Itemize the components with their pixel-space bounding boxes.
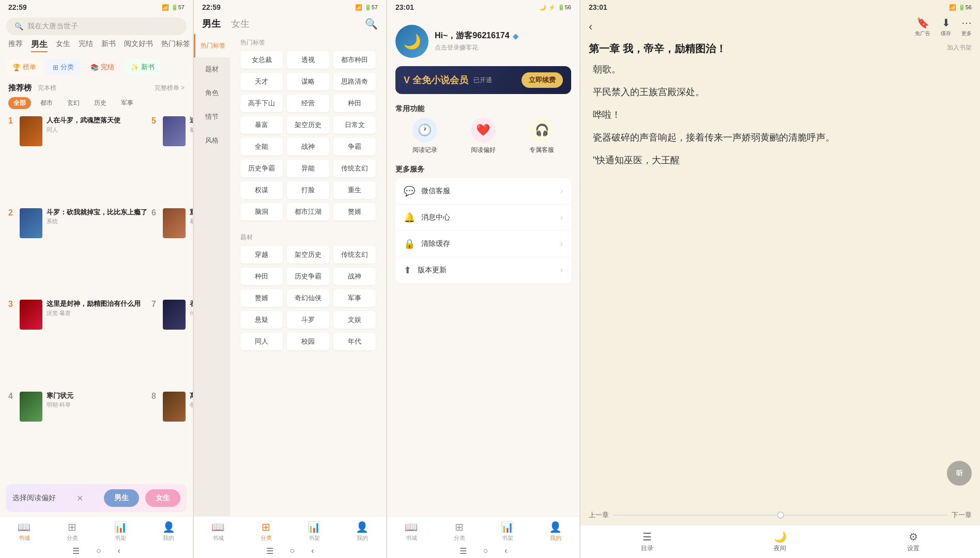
cat-fantasy[interactable]: 玄幻 (62, 97, 85, 109)
tag-chip[interactable]: 年代 (333, 333, 376, 350)
list-item[interactable]: 3 这里是封神，励精图治有什么用 洪荒·暴君 (6, 297, 149, 389)
back-icon-3[interactable]: ‹ (504, 546, 507, 556)
list-item[interactable]: 5 追夫火葬场，老婆后悔了 都市修真 (149, 113, 193, 205)
tag-chip[interactable]: 暴富 (240, 116, 283, 134)
avatar[interactable]: 🌙 (395, 25, 428, 58)
tag-chip[interactable]: 架空历史 (287, 246, 329, 264)
reader-back-btn[interactable]: ‹ (589, 20, 592, 34)
add-to-shelf-btn[interactable]: 加入书架 (947, 43, 972, 52)
tag-chip[interactable]: 文娱 (333, 311, 376, 329)
sidebar-item-style[interactable]: 风格 (194, 129, 230, 152)
chapter-slider[interactable] (613, 515, 947, 516)
cat-military[interactable]: 军事 (116, 97, 139, 109)
bottom-nav-mine[interactable]: 👤 我的 (145, 521, 193, 542)
quick-nav-complete[interactable]: 📚 完结 (84, 59, 120, 75)
back-icon-2[interactable]: ‹ (311, 546, 314, 556)
night-mode-btn[interactable]: 🌙 夜间 (774, 531, 787, 553)
tag-chip[interactable]: 天才 (240, 73, 283, 90)
hamburger-icon[interactable]: ☰ (72, 546, 80, 556)
sidebar-item-role[interactable]: 角色 (194, 81, 230, 105)
bottom-nav-bookstore[interactable]: 📖 书城 (0, 521, 48, 542)
tag-chip[interactable]: 高手下山 (240, 95, 283, 112)
tag-chip[interactable]: 军事 (333, 289, 376, 307)
tag-chip[interactable]: 经营 (287, 95, 329, 112)
more-btn[interactable]: ⋯ 更多 (961, 17, 972, 37)
tag-chip[interactable]: 日常文 (333, 116, 376, 134)
tab-recommend[interactable]: 推荐 (8, 39, 23, 52)
tag-chip[interactable]: 全能 (240, 138, 283, 156)
no-ads-btn[interactable]: 🔖 免广告 (915, 17, 930, 37)
list-item[interactable]: 2 斗罗：砍我就掉宝，比比东上瘾了 系统 (6, 205, 149, 297)
tab-yuewen[interactable]: 阅文好书 (124, 39, 153, 52)
bottom-nav-3-bookstore[interactable]: 📖 书城 (387, 521, 435, 542)
cat-all[interactable]: 全部 (8, 97, 31, 109)
bottom-nav-3-mine[interactable]: 👤 我的 (531, 521, 579, 542)
tag-chip[interactable]: 传统玄幻 (333, 246, 376, 264)
tab-female[interactable]: 女生 (56, 39, 70, 52)
quick-nav-newbook[interactable]: ✨ 新书 (125, 59, 161, 75)
tag-chip[interactable]: 穿越 (240, 246, 283, 264)
prev-chapter-btn[interactable]: 上一章 (589, 510, 609, 520)
tag-chip[interactable]: 权谋 (240, 181, 283, 199)
func-reading-history[interactable]: 🕐 阅读记录 (395, 118, 454, 154)
sidebar-item-plot[interactable]: 情节 (194, 105, 230, 129)
tag-chip[interactable]: 赘婿 (240, 289, 283, 307)
cat-history[interactable]: 历史 (89, 97, 112, 109)
tag-chip[interactable]: 思路清奇 (333, 73, 376, 90)
tag-chip[interactable]: 悬疑 (240, 311, 283, 329)
bottom-nav-2-category[interactable]: ⊞ 分类 (242, 521, 290, 542)
tag-chip[interactable]: 都市江湖 (287, 203, 329, 221)
tab-male[interactable]: 男生 (31, 39, 48, 52)
tag-chip[interactable]: 种田 (333, 95, 376, 112)
search-icon-2[interactable]: 🔍 (365, 18, 378, 30)
tag-chip[interactable]: 斗罗 (287, 311, 329, 329)
tag-chip[interactable]: 都市种田 (333, 51, 376, 69)
toc-btn[interactable]: ☰ 目录 (641, 531, 653, 553)
tag-chip[interactable]: 女总裁 (240, 51, 283, 69)
home-icon-3[interactable]: ○ (483, 546, 488, 556)
gender-female[interactable]: 女生 (231, 18, 250, 30)
list-item[interactable]: 7 吞噬魂源 传统玄幻 (149, 297, 193, 389)
home-icon-2[interactable]: ○ (290, 546, 295, 556)
tag-chip[interactable]: 赘婿 (333, 203, 376, 221)
service-wechat[interactable]: 💬 微信客服 › (395, 178, 571, 205)
quick-nav-rank[interactable]: 🏆 榜单 (6, 59, 42, 75)
bottom-nav-shelf[interactable]: 📊 书架 (97, 521, 145, 542)
gender-male[interactable]: 男生 (202, 18, 221, 30)
bottom-nav-3-shelf[interactable]: 📊 书架 (483, 521, 531, 542)
sidebar-item-topic[interactable]: 题材 (194, 57, 230, 81)
profile-subtext[interactable]: 点击登录赚零花 (435, 43, 571, 52)
bottom-nav-category[interactable]: ⊞ 分类 (48, 521, 96, 542)
tag-chip[interactable]: 战神 (333, 268, 376, 285)
next-chapter-btn[interactable]: 下一章 (952, 510, 972, 520)
tag-chip[interactable]: 历史争霸 (240, 160, 283, 177)
service-update[interactable]: ⬆ 版本更新 › (395, 257, 571, 283)
list-item[interactable]: 1 人在斗罗，武魂堕落天使 同人 (6, 113, 149, 205)
tag-chip[interactable]: 奇幻仙侠 (287, 289, 329, 307)
search-bar[interactable]: 🔍 我在大唐当世子 (6, 18, 187, 35)
bottom-nav-3-category[interactable]: ⊞ 分类 (435, 521, 483, 542)
cache-btn[interactable]: ⬇ 缓存 (941, 17, 951, 37)
listen-btn[interactable]: 听 (947, 461, 972, 486)
list-item[interactable]: 6 重生商业大佬怒圣人… 暴君·试 (149, 205, 193, 297)
tag-chip[interactable]: 战神 (287, 138, 329, 156)
sidebar-item-hot[interactable]: 热门标签 (194, 34, 230, 57)
tag-chip[interactable]: 重生 (333, 181, 376, 199)
back-icon[interactable]: ‹ (118, 546, 120, 556)
service-message[interactable]: 🔔 消息中心 › (395, 205, 571, 231)
hamburger-icon-2[interactable]: ☰ (266, 546, 273, 556)
tag-chip[interactable]: 脑洞 (240, 203, 283, 221)
hamburger-icon-3[interactable]: ☰ (460, 546, 467, 556)
rank-more[interactable]: 完整榜单 > (155, 84, 185, 92)
tag-chip[interactable]: 打脸 (287, 181, 329, 199)
tag-chip[interactable]: 校园 (287, 333, 329, 350)
tab-hot-tags[interactable]: 热门标签 (161, 39, 190, 52)
bottom-nav-2-mine[interactable]: 👤 我的 (338, 521, 386, 542)
pref-male-btn[interactable]: 男生 (104, 489, 139, 507)
tab-complete[interactable]: 完结 (79, 39, 93, 52)
tag-chip[interactable]: 同人 (240, 333, 283, 350)
func-customer-service[interactable]: 🎧 专属客服 (513, 118, 571, 154)
tag-chip[interactable]: 传统玄幻 (333, 160, 376, 177)
bottom-nav-2-bookstore[interactable]: 📖 书城 (194, 521, 242, 542)
tag-chip[interactable]: 架空历史 (287, 116, 329, 134)
